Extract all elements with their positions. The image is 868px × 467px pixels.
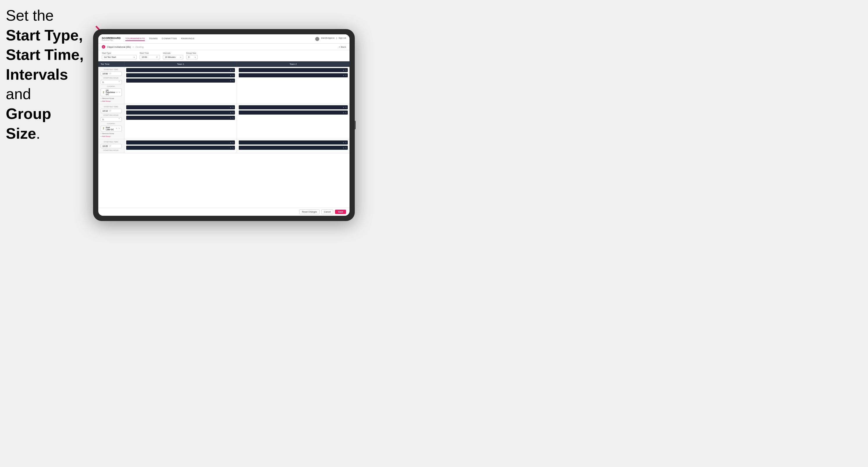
clock-icon-1: ⏱ [109,73,111,75]
tab-tournaments[interactable]: TOURNAMENTS [125,37,145,41]
reset-changes-button[interactable]: Reset Changes [299,209,319,214]
starting-hole-label-2: STARTING HOLE: [101,114,122,116]
player-x-1-2[interactable]: ✕ [230,74,231,76]
footer-bar: Reset Changes Cancel Save [98,208,349,216]
start-type-value: 1st Tee Start [104,56,116,58]
start-type-select[interactable]: 1st Tee Start ▾ [102,55,137,59]
group-size-select[interactable]: 3 ▾ [186,55,198,59]
start-time-select[interactable]: 10:00 ⏱ [140,55,160,59]
player-x-2-1[interactable]: ✕ [343,69,344,71]
annotation-bold-start-type: Start Type, [6,27,83,43]
breadcrumb-bar: C Clippd Invitational (Me) > Hosting < B… [98,43,349,50]
player-x-2-2[interactable]: ✕ [343,74,344,76]
th-team1: Team 1 [124,61,237,67]
empty-slot-4-1 [239,116,348,120]
player-x-6-1[interactable]: ✕ [343,142,344,144]
course-remove-2[interactable]: ✕ [116,127,118,130]
player-x-5-2[interactable]: ✕ [230,147,231,149]
player-x-3-1[interactable]: ✕ [230,106,231,108]
intervals-select[interactable]: 10 Minutes ▾ [163,55,183,59]
tab-teams[interactable]: TEAMS [149,37,158,41]
player-edit-2-1[interactable]: ✎ [345,69,347,71]
app-logo: SCOREBOARD Powered by clipp [102,37,121,41]
remove-group-btn-2[interactable]: ○ Remove Group [101,133,122,134]
hole-stepper-1[interactable]: 1 ⌃ [101,80,122,84]
tab-committee[interactable]: COMMITTEE [162,37,177,41]
add-group-btn-2[interactable]: + Add Group [101,135,122,137]
player-edit-5-2[interactable]: ✎ [232,147,234,149]
starting-time-value-3: 10:20 [102,145,108,148]
controls-row: Start Type 1st Tee Start ▾ Start Time 10… [98,50,349,61]
player-edit-3-3[interactable]: ✎ [232,117,234,119]
course-tag-1[interactable]: 🏌 (A) Peachtree GC ✕ ✎ [101,88,122,96]
player-edit-4-2[interactable]: ✎ [345,112,347,114]
group-size-group: Group Size 3 ▾ [186,52,198,59]
remove-group-icon-1: ○ [101,97,102,99]
player-x-1-3[interactable]: ✕ [230,80,231,82]
team1-col-1: ✕ ✎ ✕ ✎ ✕ ✎ [124,67,237,104]
course-value-2: East Lake GC [106,126,115,130]
player-edit-3-2[interactable]: ✎ [232,112,234,114]
course-icon-1: 🏌 [102,91,105,94]
player-row-2-2: ✕ ✎ [239,73,348,77]
breadcrumb-tournament[interactable]: Clippd Invitational (Me) [107,45,131,48]
player-row-3-1: ✕ ✎ [126,105,235,109]
hole-value-1: 1 [101,80,105,84]
player-x-4-2[interactable]: ✕ [343,112,344,114]
player-edit-1-1[interactable]: ✎ [232,69,234,71]
add-group-btn-1[interactable]: + Add Group [101,100,122,102]
player-x-4-1[interactable]: ✕ [343,106,344,108]
player-edit-1-2[interactable]: ✎ [232,74,234,76]
player-edit-6-2[interactable]: ✎ [345,147,347,149]
th-team2: Team 2 [237,61,349,67]
course-label-2: COURSE: [101,123,122,124]
back-button[interactable]: < Back [339,45,346,48]
player-row-4-2: ✕ ✎ [239,111,348,115]
intervals-label: Intervals [163,52,183,54]
tab-rankings[interactable]: RANKINGS [181,37,194,41]
player-row-1-1: ✕ ✎ [126,68,235,72]
player-edit-4-1[interactable]: ✎ [345,106,347,108]
group-size-chevron: ▾ [195,56,196,58]
sign-out-link[interactable]: Sign out [339,37,346,41]
player-edit-3-1[interactable]: ✎ [232,106,234,108]
save-button[interactable]: Save [335,210,346,214]
nav-separator: | [336,37,337,41]
player-edit-6-1[interactable]: ✎ [345,142,347,144]
tee-group-3: STARTING TIME: 10:20 ⏱ STARTING HOLE: ✕ … [98,139,349,153]
player-edit-5-1[interactable]: ✎ [232,142,234,144]
start-type-group: Start Type 1st Tee Start ▾ [102,52,137,59]
start-type-chevron: ▾ [134,56,135,58]
player-row-6-2: ✕ ✎ [239,146,348,150]
course-tag-2[interactable]: 🏌 East Lake GC ✕ ✎ [101,126,122,131]
player-x-6-2[interactable]: ✕ [343,147,344,149]
annotation-text: Set the Start Type, Start Time, Interval… [6,6,87,143]
player-edit-2-2[interactable]: ✎ [345,74,347,76]
annotation-bold-start-time: Start Time, [6,46,84,63]
course-remove-1[interactable]: ✕ [116,91,118,94]
player-x-1-1[interactable]: ✕ [230,69,231,71]
player-x-3-2[interactable]: ✕ [230,112,231,114]
team1-col-3: ✕ ✎ ✕ ✎ [124,139,237,153]
player-edit-1-3[interactable]: ✎ [232,80,234,82]
player-row-6-1: ✕ ✎ [239,141,348,145]
hole-stepper-up-1[interactable]: ⌃ [117,80,122,84]
hole-stepper-2[interactable]: 1 ⌃ [101,117,122,122]
starting-time-input-1[interactable]: 10:00 ⏱ [101,71,122,76]
player-x-3-3[interactable]: ✕ [230,117,231,119]
starting-time-input-3[interactable]: 10:20 ⏱ [101,144,122,148]
player-row-1-3: ✕ ✎ [126,79,235,83]
user-email: blair@clippd.io [321,37,334,41]
remove-group-btn-1[interactable]: ○ Remove Group [101,97,122,99]
starting-time-label-2: STARTING TIME: [101,106,122,107]
player-x-5-1[interactable]: ✕ [230,142,231,144]
starting-time-input-2[interactable]: 10:10 ⏱ [101,109,122,113]
th-tee-time: Tee Time [98,61,124,67]
course-label-1: COURSE: [101,86,122,87]
breadcrumb-separator: > [133,45,134,48]
course-edit-2[interactable]: ✎ [118,127,120,130]
cancel-button[interactable]: Cancel [321,209,333,214]
course-edit-1[interactable]: ✎ [119,91,120,94]
starting-time-label-3: STARTING TIME: [101,141,122,143]
hole-stepper-up-2[interactable]: ⌃ [117,118,122,121]
